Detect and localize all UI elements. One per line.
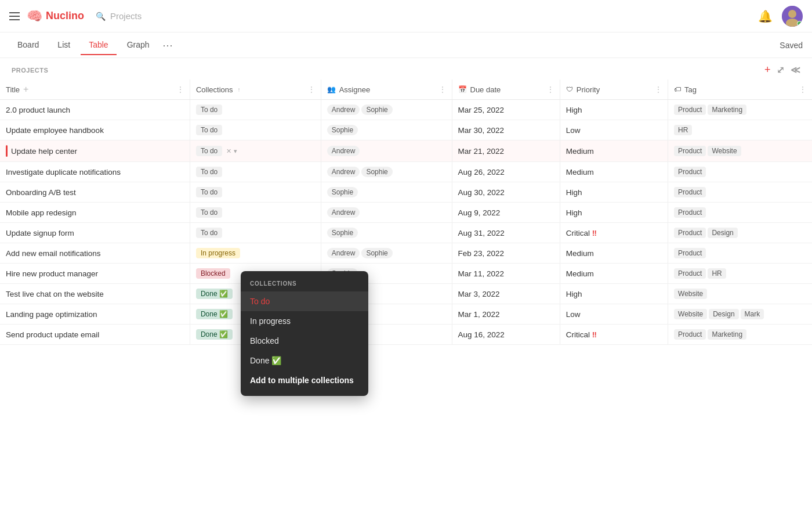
tag-badge[interactable]: Website <box>674 289 707 299</box>
tag-badge[interactable]: Product <box>674 207 706 218</box>
assignee-badge[interactable]: Sophie <box>327 228 358 238</box>
tag-badge[interactable]: Product <box>674 167 706 177</box>
collection-badge[interactable]: Done ✅ <box>196 309 233 319</box>
dropdown-add-multiple[interactable]: Add to multiple collections <box>241 370 368 390</box>
tag-badge[interactable]: Marketing <box>708 105 746 115</box>
tab-table[interactable]: Table <box>81 35 116 55</box>
collection-badge[interactable]: To do <box>196 167 222 177</box>
priority-col-menu[interactable]: ⋮ <box>655 85 662 93</box>
collection-badge[interactable]: To do <box>196 125 222 135</box>
cell-assignee[interactable]: AndrewSophie <box>321 243 452 264</box>
cell-collections[interactable]: To do✕▾ <box>190 140 321 162</box>
tab-list[interactable]: List <box>49 35 78 55</box>
assignee-badge[interactable]: Andrew <box>327 248 360 258</box>
duedate-col-menu[interactable]: ⋮ <box>547 85 554 93</box>
cell-tag[interactable]: ProductDesign <box>668 223 812 243</box>
tag-badge[interactable]: Product <box>674 105 706 115</box>
add-column-button[interactable]: + <box>23 84 28 95</box>
dropdown-item-done[interactable]: Done ✅ <box>241 351 368 370</box>
cell-title[interactable]: Send product update email <box>0 325 190 345</box>
collection-dropdown-chevron[interactable]: ▾ <box>234 147 237 155</box>
cell-collections[interactable]: To do <box>190 203 321 223</box>
cell-tag[interactable]: ProductWebsite <box>668 140 812 162</box>
hamburger-menu[interactable] <box>9 12 20 20</box>
add-project-button[interactable]: + <box>764 64 771 76</box>
notification-bell[interactable]: 🔔 <box>758 9 773 23</box>
cell-title[interactable]: Update employee handbook <box>0 120 190 140</box>
cell-collections[interactable]: To do <box>190 162 321 182</box>
table-scroll[interactable]: Title + ⋮ Collections ↑ ⋮ <box>0 80 812 498</box>
avatar[interactable] <box>782 6 803 27</box>
tag-col-menu[interactable]: ⋮ <box>799 85 806 93</box>
cell-title[interactable]: Investigate duplicate notifications <box>0 162 190 182</box>
cell-title[interactable]: Mobile app redesign <box>0 203 190 223</box>
assignee-badge[interactable]: Sophie <box>361 105 392 115</box>
assignee-badge[interactable]: Sophie <box>327 125 358 135</box>
tab-board[interactable]: Board <box>9 35 47 55</box>
assignee-badge[interactable]: Andrew <box>327 207 360 218</box>
collections-dropdown[interactable]: COLLECTIONS To do In progress Blocked Do… <box>241 271 368 396</box>
cell-assignee[interactable]: Andrew <box>321 203 452 223</box>
tag-badge[interactable]: HR <box>708 268 726 279</box>
nav-more-button[interactable]: ⋯ <box>162 39 173 52</box>
collections-sort-icon[interactable]: ↑ <box>238 87 241 93</box>
cell-tag[interactable]: Product <box>668 243 812 264</box>
collection-badge[interactable]: To do <box>196 207 222 218</box>
cell-title[interactable]: Add new email notifications <box>0 243 190 264</box>
cell-assignee[interactable]: AndrewSophie <box>321 162 452 182</box>
cell-tag[interactable]: Product <box>668 162 812 182</box>
cell-tag[interactable]: ProductHR <box>668 264 812 284</box>
collection-remove-button[interactable]: ✕ <box>226 147 231 155</box>
collection-badge[interactable]: In progress <box>196 248 240 258</box>
cell-tag[interactable]: ProductMarketing <box>668 325 812 345</box>
cell-assignee[interactable]: Andrew <box>321 140 452 162</box>
collections-col-menu[interactable]: ⋮ <box>308 85 315 93</box>
cell-title[interactable]: Test live chat on the website <box>0 284 190 304</box>
cell-tag[interactable]: Product <box>668 182 812 203</box>
cell-tag[interactable]: Website <box>668 284 812 304</box>
tag-badge[interactable]: Product <box>674 329 706 340</box>
expand-button[interactable]: ⤢ <box>777 64 785 75</box>
tag-badge[interactable]: Marketing <box>708 329 746 340</box>
tab-graph[interactable]: Graph <box>119 35 158 55</box>
dropdown-item-blocked[interactable]: Blocked <box>241 331 368 351</box>
tag-badge[interactable]: Product <box>674 248 706 258</box>
cell-collections[interactable]: To do <box>190 223 321 243</box>
assignee-badge[interactable]: Andrew <box>327 105 360 115</box>
collection-badge[interactable]: Done ✅ <box>196 329 233 340</box>
cell-tag[interactable]: ProductMarketing <box>668 100 812 120</box>
collection-badge[interactable]: To do <box>196 105 222 115</box>
tag-badge[interactable]: Design <box>709 309 738 319</box>
tag-badge[interactable]: HR <box>674 125 692 135</box>
tag-badge[interactable]: Mark <box>741 309 764 319</box>
cell-tag[interactable]: Product <box>668 203 812 223</box>
collection-badge[interactable]: To do <box>196 146 222 156</box>
tag-badge[interactable]: Website <box>674 309 707 319</box>
cell-tag[interactable]: WebsiteDesignMark <box>668 304 812 325</box>
collapse-button[interactable]: ≪ <box>791 64 801 75</box>
search-input[interactable]: Projects <box>110 11 142 21</box>
tag-badge[interactable]: Product <box>674 268 706 279</box>
dropdown-item-inprogress[interactable]: In progress <box>241 311 368 331</box>
assignee-badge[interactable]: Andrew <box>327 146 360 156</box>
cell-collections[interactable]: To do <box>190 120 321 140</box>
dropdown-item-todo[interactable]: To do <box>241 291 368 311</box>
cell-collections[interactable]: In progress <box>190 243 321 264</box>
assignee-badge[interactable]: Sophie <box>327 187 358 197</box>
assignee-badge[interactable]: Sophie <box>361 167 392 177</box>
cell-assignee[interactable]: Sophie <box>321 120 452 140</box>
assignee-col-menu[interactable]: ⋮ <box>439 85 446 93</box>
tag-badge[interactable]: Product <box>674 146 706 156</box>
tag-badge[interactable]: Product <box>674 187 706 197</box>
search-area[interactable]: 🔍 Projects <box>96 11 142 21</box>
cell-title[interactable]: 2.0 product launch <box>0 100 190 120</box>
cell-collections[interactable]: To do <box>190 100 321 120</box>
cell-title[interactable]: Hire new product manager <box>0 264 190 284</box>
assignee-badge[interactable]: Andrew <box>327 167 360 177</box>
cell-assignee[interactable]: Sophie <box>321 182 452 203</box>
title-col-menu[interactable]: ⋮ <box>177 85 184 93</box>
cell-title[interactable]: Onboarding A/B test <box>0 182 190 203</box>
tag-badge[interactable]: Website <box>708 146 741 156</box>
collection-badge[interactable]: To do <box>196 187 222 197</box>
collection-badge[interactable]: To do <box>196 228 222 238</box>
